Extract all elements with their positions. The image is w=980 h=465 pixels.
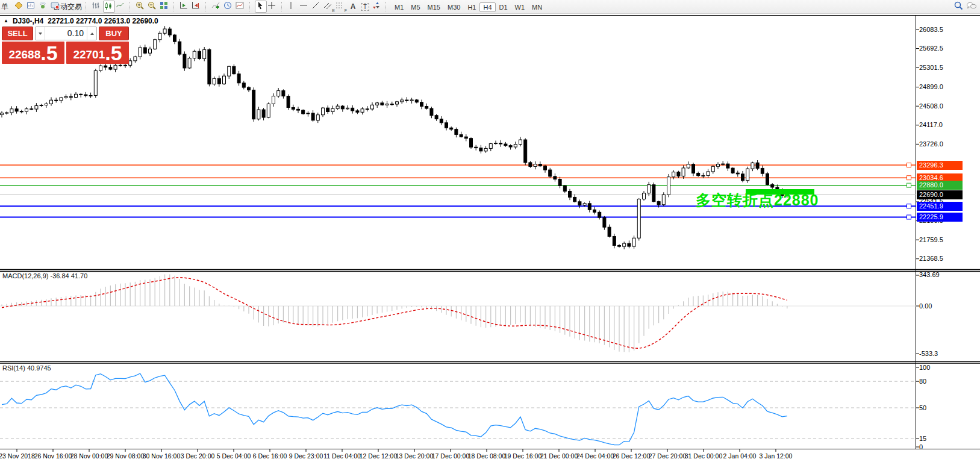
volume-stepper: 0.10 bbox=[35, 27, 97, 40]
crosshair-icon[interactable] bbox=[267, 1, 279, 13]
price-axis-tick: 25692.5 bbox=[919, 45, 943, 52]
chart-canvas bbox=[0, 0, 980, 465]
price-marker-tag: 22880.0 bbox=[917, 181, 963, 190]
sell-button[interactable]: SELL bbox=[2, 27, 33, 40]
zoom-out-icon[interactable] bbox=[147, 1, 159, 13]
timeframe-D1[interactable]: D1 bbox=[496, 2, 511, 12]
text-tool-glyph: A bbox=[351, 2, 356, 11]
date-axis-tick: 3 Jan 12:00 bbox=[749, 452, 803, 460]
new-order-button[interactable]: 单 bbox=[0, 1, 12, 13]
sell-price-main: 22688 bbox=[8, 48, 40, 61]
price-axis-tick: 21759.5 bbox=[919, 236, 943, 243]
one-click-trading-panel: SELL 0.10 BUY 22688.5 22701.5 bbox=[2, 27, 129, 64]
text-tool-icon[interactable]: A bbox=[347, 1, 359, 13]
pane-splitter[interactable] bbox=[0, 267, 980, 272]
timeframe-M5[interactable]: M5 bbox=[407, 2, 423, 12]
trendline-tool-icon[interactable] bbox=[311, 1, 323, 13]
autotrading-button[interactable]: 自动交易 bbox=[50, 1, 83, 13]
rsi-axis-tick: 50 bbox=[919, 404, 926, 411]
rsi-axis-tick: 15 bbox=[919, 435, 926, 442]
chat-icon[interactable] bbox=[966, 1, 978, 13]
mt4-terminal: 单 自动交易 E F A T M1M5M15 bbox=[0, 0, 980, 465]
price-marker-tag: 23296.3 bbox=[917, 161, 963, 170]
timeframe-M15[interactable]: M15 bbox=[424, 2, 444, 12]
buy-price-pips: .5 bbox=[105, 44, 122, 62]
symbol-period-label: DJ30-,H4 bbox=[13, 17, 43, 25]
sell-price-panel[interactable]: 22688.5 bbox=[2, 42, 64, 64]
periods-icon[interactable] bbox=[223, 1, 235, 13]
chart-title: ▲ DJ30-,H4 22721.0 22774.0 22613.0 22690… bbox=[4, 17, 158, 25]
indicators-icon[interactable] bbox=[211, 1, 223, 13]
tile-windows-icon[interactable] bbox=[159, 1, 171, 13]
autotrading-label: 自动交易 bbox=[53, 2, 82, 12]
templates-icon[interactable] bbox=[235, 1, 247, 13]
horizontal-line-tool-icon[interactable] bbox=[299, 1, 311, 13]
timeframe-M1[interactable]: M1 bbox=[391, 2, 407, 12]
new-order-label: 单 bbox=[1, 2, 8, 12]
volume-decrease-button[interactable] bbox=[36, 27, 45, 40]
fibonacci-tool-icon[interactable]: F bbox=[335, 1, 347, 13]
market-depth-icon[interactable] bbox=[14, 1, 26, 13]
equidistant-channel-icon[interactable]: E bbox=[323, 1, 335, 13]
price-axis-tick: 24899.0 bbox=[919, 83, 943, 90]
rsi-axis-tick: 0 bbox=[919, 443, 923, 451]
macd-axis-tick: 343.69 bbox=[919, 271, 940, 278]
macd-axis-tick: -533.3 bbox=[919, 350, 938, 357]
price-axis-tick: 25301.5 bbox=[919, 64, 943, 71]
new-chart-icon[interactable] bbox=[26, 1, 38, 13]
price-axis-tick: 23726.0 bbox=[919, 140, 943, 148]
timeframe-H4[interactable]: H4 bbox=[479, 2, 495, 12]
price-axis-tick: 24117.0 bbox=[919, 121, 943, 128]
volume-input[interactable]: 0.10 bbox=[45, 27, 87, 40]
cursor-icon[interactable] bbox=[255, 1, 267, 13]
turning-point-annotation: 多空转折点22880 bbox=[696, 190, 819, 210]
label-tool-glyph: T bbox=[361, 3, 369, 11]
ohlc-values: 22721.0 22774.0 22613.0 22690.0 bbox=[48, 17, 158, 25]
timeframe-M30[interactable]: M30 bbox=[444, 2, 464, 12]
price-marker-tag: 22225.9 bbox=[917, 213, 963, 222]
buy-price-panel[interactable]: 22701.5 bbox=[66, 42, 129, 64]
chart-line-icon[interactable] bbox=[115, 1, 127, 13]
price-marker-tag: 22451.9 bbox=[917, 202, 963, 211]
timeframe-W1[interactable]: W1 bbox=[511, 2, 529, 12]
signals-icon[interactable] bbox=[38, 1, 50, 13]
price-axis-tick: 26083.5 bbox=[919, 26, 943, 33]
search-icon[interactable] bbox=[953, 1, 966, 13]
price-axis-tick: 21368.5 bbox=[919, 255, 943, 262]
sell-price-pips: .5 bbox=[40, 44, 57, 62]
macd-axis-tick: 0.00 bbox=[919, 302, 932, 310]
timeframe-MN[interactable]: MN bbox=[528, 2, 546, 12]
label-tool-icon[interactable]: T bbox=[359, 1, 371, 13]
timeframe-H1[interactable]: H1 bbox=[464, 2, 479, 12]
rsi-indicator-label: RSI(14) 40.9745 bbox=[2, 364, 51, 372]
arrows-tool-icon[interactable] bbox=[371, 1, 383, 13]
price-axis-tick: 24508.0 bbox=[919, 102, 943, 110]
macd-indicator-label: MACD(12,26,9) -36.84 41.70 bbox=[2, 272, 87, 279]
vertical-line-tool-icon[interactable] bbox=[287, 1, 299, 13]
pane-splitter[interactable] bbox=[0, 360, 980, 364]
volume-increase-button[interactable] bbox=[87, 27, 96, 40]
collapse-panel-icon[interactable]: ▲ bbox=[4, 18, 8, 23]
rsi-axis-tick: 80 bbox=[919, 378, 926, 385]
zoom-in-icon[interactable] bbox=[135, 1, 147, 13]
price-marker-tag: 22690.0 bbox=[917, 190, 963, 199]
toolbar: 单 自动交易 E F A T M1M5M15 bbox=[0, 0, 980, 14]
chart-bars-icon[interactable] bbox=[91, 1, 103, 13]
buy-price-main: 22701 bbox=[73, 48, 105, 61]
timeframe-group: M1M5M15M30H1H4D1W1MN bbox=[391, 1, 546, 12]
auto-scroll-icon[interactable] bbox=[179, 1, 191, 13]
buy-button[interactable]: BUY bbox=[99, 27, 129, 40]
chart-candles-icon[interactable] bbox=[103, 1, 115, 13]
chart-shift-icon[interactable] bbox=[191, 1, 203, 13]
rsi-axis-tick: 100 bbox=[919, 364, 930, 371]
